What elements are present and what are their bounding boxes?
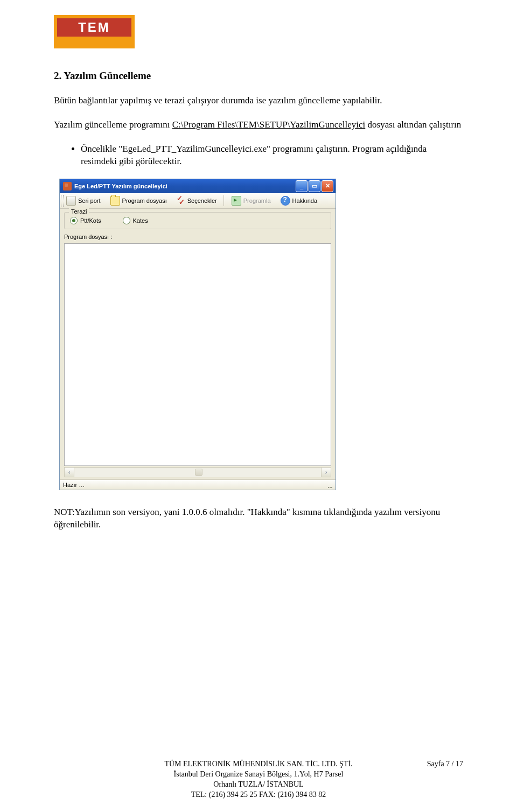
group-legend: Terazi [69,208,89,215]
scroll-right-button[interactable]: › [321,468,331,477]
toolbar-separator [223,195,224,206]
page: TEM 2. Yazılım Güncelleme Bütün bağlantı… [0,0,517,812]
radio-kates-label: Kates [133,217,148,224]
program-icon [232,196,241,206]
footer-line3: Orhanlı TUZLA/ İSTANBUL [0,780,517,790]
maximize-button[interactable]: ▭ [309,180,320,192]
radio-circle [123,217,130,224]
logo-text: TEM [57,18,131,37]
toolbar-about-label: Hakkında [292,197,317,204]
titlebar: Ege Led/PTT Yazılım güncelleyici _ ▭ ✕ [60,179,336,193]
app-body: Terazi Ptt/Kots Kates Program dosyası : … [60,209,336,477]
note-paragraph: NOT:Yazılımın son versiyon, yani 1.0.0.6… [54,506,463,531]
page-number: Sayfa 7 / 17 [427,759,463,769]
p2-part-a: Yazılım güncelleme programını [54,119,172,130]
toolbar: Seri port Program dosyası Seçenekler Pro… [60,193,336,209]
options-icon [177,196,185,205]
footer-line4: TEL: (216) 394 25 25 FAX: (216) 394 83 8… [0,790,517,800]
horizontal-scrollbar[interactable]: ‹ › [64,467,331,477]
terazi-group: Terazi Ptt/Kots Kates [64,212,331,229]
statusbar: Hazır … [60,479,336,490]
window-title: Ege Led/PTT Yazılım güncelleyici [74,183,295,189]
toolbar-file-label: Program dosyası [122,197,167,204]
toolbar-options[interactable]: Seçenekler [172,195,220,206]
bullet-list: Öncelikle "EgeLed_PTT_YazilimGuncelleyic… [54,143,463,168]
serial-port-icon [66,196,76,206]
minimize-button[interactable]: _ [296,180,308,192]
app-icon [63,182,72,190]
footer-line2: İstanbul Deri Organize Sanayi Bölgesi, 1… [0,769,517,780]
status-text: Hazır … [63,482,85,488]
radio-row: Ptt/Kots Kates [70,217,325,224]
radio-kates[interactable]: Kates [123,217,148,224]
tem-logo: TEM [54,15,135,48]
p2-part-b: dosyası altından çalıştırın [365,119,461,130]
path-paragraph: Yazılım güncelleme programını C:\Program… [54,119,463,131]
radio-circle-selected [70,217,78,224]
toolbar-program-file[interactable]: Program dosyası [106,195,170,207]
toolbar-about[interactable]: Hakkında [276,195,320,207]
section-title: 2. Yazılım Güncelleme [54,70,463,82]
resize-grip-icon[interactable] [328,482,332,488]
close-button[interactable]: ✕ [322,180,333,192]
help-icon [281,196,290,206]
radio-pttkots[interactable]: Ptt/Kots [70,217,101,224]
app-window: Ege Led/PTT Yazılım güncelleyici _ ▭ ✕ S… [59,179,336,490]
toolbar-program-label: Programla [243,197,271,204]
scroll-track[interactable] [74,468,321,477]
path-link: C:\Program Files\TEM\SETUP\YazilimGuncel… [172,119,366,130]
file-label: Program dosyası : [64,232,331,243]
toolbar-program[interactable]: Programla [227,195,274,207]
radio-pttkots-label: Ptt/Kots [80,217,101,224]
output-panel [64,243,331,466]
scroll-left-button[interactable]: ‹ [65,468,74,477]
toolbar-serial-port[interactable]: Seri port [62,195,104,207]
intro-paragraph: Bütün bağlantılar yapılmış ve terazi çal… [54,95,463,107]
toolbar-serial-label: Seri port [78,197,101,204]
toolbar-options-label: Seçenekler [187,197,217,204]
bullet-1: Öncelikle "EgeLed_PTT_YazilimGuncelleyic… [81,143,463,168]
page-footer: TÜM ELEKTRONİK MÜHENDİSLİK SAN. TİC. LTD… [0,759,517,800]
folder-icon [110,196,120,206]
